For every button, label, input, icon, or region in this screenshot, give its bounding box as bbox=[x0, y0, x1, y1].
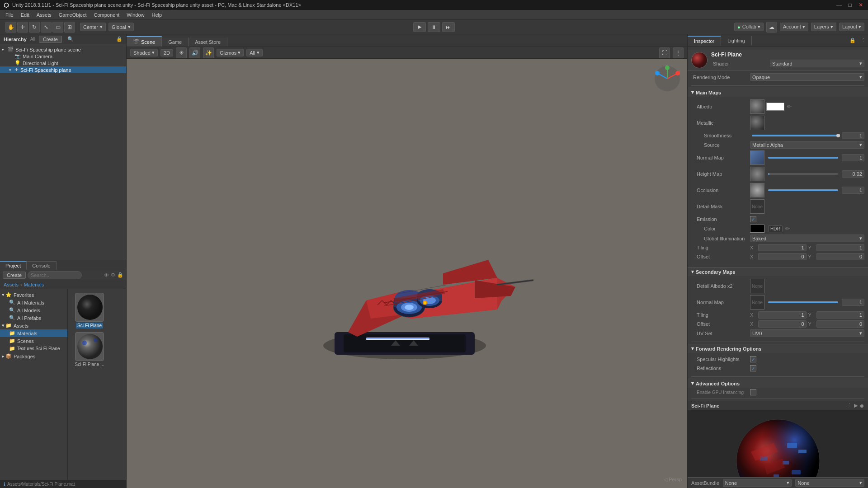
emission-checkbox[interactable] bbox=[750, 216, 756, 222]
offset-x-input[interactable] bbox=[758, 253, 807, 260]
tab-lighting[interactable]: Lighting bbox=[721, 36, 752, 45]
rect-tool[interactable]: ▭ bbox=[52, 22, 63, 33]
breadcrumb-assets[interactable]: Assets bbox=[4, 282, 19, 287]
tab-inspector[interactable]: Inspector bbox=[688, 36, 721, 46]
menu-gameobject[interactable]: GameObject bbox=[55, 11, 90, 19]
normal-map-value[interactable]: 1 bbox=[842, 154, 864, 161]
scene-audio-button[interactable]: 🔊 bbox=[189, 47, 200, 58]
secondary-normal-slider[interactable] bbox=[768, 301, 838, 303]
albedo-texture[interactable] bbox=[750, 99, 764, 114]
specular-checkbox[interactable] bbox=[750, 356, 756, 362]
normal-map-texture[interactable] bbox=[750, 150, 764, 165]
inspector-lock-icon[interactable]: 🔒 bbox=[846, 38, 859, 43]
scale-tool[interactable]: ⤡ bbox=[41, 22, 52, 33]
step-button[interactable]: ⏭ bbox=[442, 22, 455, 32]
detail-mask-texture[interactable]: None bbox=[750, 199, 764, 214]
tree-item-all-prefabs[interactable]: 🔍 All Prefabs bbox=[0, 314, 67, 322]
height-map-slider[interactable] bbox=[768, 173, 838, 175]
gizmos-dropdown[interactable]: Gizmos ▾ bbox=[217, 49, 244, 56]
play-button[interactable]: ▶ bbox=[413, 22, 426, 32]
hierarchy-item-scene[interactable]: ▾ 🎬 Sci-Fi Spaceship plane scene bbox=[0, 46, 126, 53]
menu-help[interactable]: Help bbox=[148, 11, 165, 19]
rendering-mode-dropdown[interactable]: Opaque ▾ bbox=[750, 73, 864, 81]
tree-item-all-materials[interactable]: 🔍 All Materials bbox=[0, 299, 67, 306]
reflections-checkbox[interactable] bbox=[750, 365, 756, 371]
preview-menu-icon[interactable]: ⋮ bbox=[847, 403, 852, 408]
offset-y-input[interactable] bbox=[816, 253, 865, 260]
minimize-button[interactable]: — bbox=[835, 1, 843, 9]
layout-button[interactable]: Layout ▾ bbox=[839, 23, 864, 31]
breadcrumb-materials[interactable]: Materials bbox=[24, 282, 44, 287]
tab-scene[interactable]: 🎬 Scene bbox=[127, 36, 162, 47]
layers-button[interactable]: Layers ▾ bbox=[811, 23, 836, 31]
preview-play-icon[interactable]: ▶ bbox=[854, 403, 858, 408]
source-dropdown[interactable]: Metallic Alpha ▾ bbox=[750, 141, 864, 149]
albedo-edit-icon[interactable]: ✏ bbox=[787, 103, 792, 110]
account-button[interactable]: Account ▾ bbox=[780, 23, 808, 31]
scene-more-button[interactable]: ⋮ bbox=[673, 47, 684, 58]
tab-asset-store[interactable]: Asset Store bbox=[189, 38, 227, 47]
collab-button[interactable]: ● Collab ▾ bbox=[734, 23, 764, 31]
menu-window[interactable]: Window bbox=[123, 11, 148, 19]
secondary-normal-texture[interactable]: None bbox=[750, 295, 764, 310]
emission-color-swatch[interactable] bbox=[750, 225, 764, 233]
preview-record-icon[interactable]: ⏺ bbox=[859, 403, 864, 408]
scene-view[interactable]: Y X Z ◁ Persp bbox=[127, 59, 687, 488]
scene-all-dropdown[interactable]: All ▾ bbox=[246, 49, 262, 56]
move-tool[interactable]: ✛ bbox=[17, 22, 28, 33]
tab-game[interactable]: Game bbox=[162, 38, 189, 47]
secondary-tiling-x-input[interactable] bbox=[758, 311, 807, 319]
close-button[interactable]: ✕ bbox=[857, 1, 864, 9]
occlusion-texture[interactable] bbox=[750, 183, 764, 197]
inspector-menu-icon[interactable]: ⋮ bbox=[859, 38, 868, 43]
pivot-global-dropdown[interactable]: Global▾ bbox=[108, 23, 134, 31]
tree-item-all-models[interactable]: 🔍 All Models bbox=[0, 306, 67, 314]
hierarchy-create-button[interactable]: Create bbox=[39, 36, 62, 43]
main-maps-header[interactable]: ▾ Main Maps bbox=[688, 88, 868, 97]
menu-assets[interactable]: Assets bbox=[33, 11, 55, 19]
height-map-texture[interactable] bbox=[750, 167, 764, 181]
smoothness-slider[interactable] bbox=[752, 135, 838, 136]
hierarchy-item-camera[interactable]: 📷 Main Camera bbox=[0, 53, 126, 60]
forward-rendering-header[interactable]: ▾ Forward Rendering Options bbox=[688, 344, 868, 353]
smoothness-value[interactable]: 1 bbox=[842, 132, 864, 139]
secondary-offset-y-input[interactable] bbox=[816, 320, 865, 328]
advanced-options-header[interactable]: ▾ Advanced Options bbox=[688, 379, 868, 388]
tiling-x-input[interactable] bbox=[758, 244, 807, 251]
project-search-input[interactable] bbox=[28, 271, 82, 279]
hierarchy-item-plane[interactable]: ▾ ✈ Sci-Fi Spaceship plane bbox=[0, 66, 126, 73]
project-eye-icon[interactable]: 👁 bbox=[104, 272, 109, 278]
detail-albedo-texture[interactable]: None bbox=[750, 279, 764, 293]
assetbundle-dropdown2[interactable]: None ▾ bbox=[795, 479, 864, 487]
tree-item-favorites[interactable]: ▾ ⭐ Favorites bbox=[0, 291, 67, 299]
global-illum-dropdown[interactable]: Baked ▾ bbox=[750, 235, 864, 242]
smoothness-slider-thumb[interactable] bbox=[836, 134, 840, 137]
tree-item-assets[interactable]: ▾ 📁 Assets bbox=[0, 322, 67, 329]
scene-lighting-button[interactable]: ☀ bbox=[176, 47, 187, 58]
maximize-button[interactable]: □ bbox=[846, 1, 854, 9]
shaded-dropdown[interactable]: Shaded ▾ bbox=[130, 49, 158, 56]
cloud-button[interactable]: ☁ bbox=[766, 22, 777, 33]
file-item-scifi-plane-mat[interactable]: Sci-Fi Plane bbox=[71, 293, 108, 328]
pause-button[interactable]: ⏸ bbox=[428, 22, 440, 32]
height-map-value[interactable]: 0.02 bbox=[842, 170, 864, 178]
scene-maximize-button[interactable]: ⛶ bbox=[659, 47, 670, 58]
secondary-tiling-y-input[interactable] bbox=[816, 311, 865, 319]
menu-component[interactable]: Component bbox=[90, 11, 123, 19]
tiling-y-input[interactable] bbox=[816, 244, 865, 251]
tab-project[interactable]: Project bbox=[0, 261, 27, 270]
normal-map-slider[interactable] bbox=[768, 157, 838, 159]
assetbundle-dropdown1[interactable]: None ▾ bbox=[723, 479, 792, 487]
transform-tool[interactable]: ⊞ bbox=[64, 22, 75, 33]
project-create-button[interactable]: Create bbox=[3, 272, 26, 279]
metallic-texture[interactable] bbox=[750, 116, 764, 130]
gpu-instancing-checkbox[interactable] bbox=[750, 389, 756, 395]
occlusion-slider[interactable] bbox=[768, 189, 838, 191]
tree-item-textures[interactable]: 📁 Textures Sci-Fi Plane bbox=[0, 345, 67, 352]
tab-console[interactable]: Console bbox=[27, 261, 56, 270]
project-settings-icon[interactable]: ⚙ bbox=[111, 272, 115, 278]
hand-tool[interactable]: ✋ bbox=[5, 22, 16, 33]
tree-item-packages[interactable]: ▸ 📦 Packages bbox=[0, 352, 67, 360]
uv-set-dropdown[interactable]: UV0 ▾ bbox=[750, 329, 864, 337]
secondary-offset-x-input[interactable] bbox=[758, 320, 807, 328]
